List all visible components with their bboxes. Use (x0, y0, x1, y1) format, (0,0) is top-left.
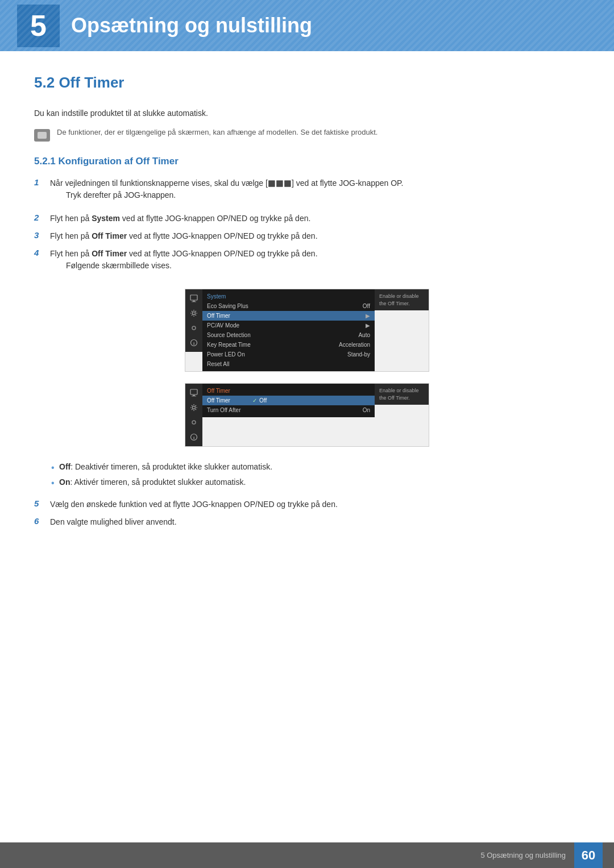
step-2: 2 Flyt hen på System ved at flytte JOG-k… (34, 213, 580, 225)
step-5-number: 5 (34, 499, 44, 508)
screen1: i System Eco Saving PlusOff Off Timer▶ P… (185, 289, 429, 372)
screen2-submenu-off: ✓Off (248, 396, 288, 405)
svg-point-11 (192, 421, 196, 424)
note-text: De funktioner, der er tilgængelige på sk… (57, 128, 377, 136)
subsection-number: 5.2.1 (34, 156, 56, 167)
monitor-icon-info: i (188, 337, 200, 348)
monitor-icon-display (188, 293, 200, 304)
note-box: De funktioner, der er tilgængelige på sk… (34, 128, 580, 142)
screen2-icons: i (185, 384, 202, 446)
header-banner: 5 Opsætning og nulstilling (0, 0, 614, 51)
screen2-icon-settings (188, 402, 200, 413)
step-3: 3 Flyt hen på Off Timer ved at flytte JO… (34, 230, 580, 242)
footer-page-number: 60 (574, 842, 603, 868)
intro-text: Du kan indstille produktet til at slukke… (34, 109, 580, 118)
footer-chapter-label: 5 Opsætning og nulstilling (480, 851, 566, 859)
monitor-icon-settings (188, 308, 200, 319)
screen2-menu: Off Timer Off Timer ✓Off Turn Off AfterO… (202, 384, 375, 417)
step-4-sub: Følgende skærmbillede vises. (66, 260, 318, 272)
svg-point-10 (193, 406, 196, 409)
bullet-on: On: Aktivér timeren, så produktet slukke… (51, 476, 580, 488)
svg-rect-0 (190, 295, 197, 300)
step-4: 4 Flyt hen på Off Timer ved at flytte JO… (34, 248, 580, 277)
bullet-off-text: : Deaktivér timeren, så produktet ikke s… (70, 462, 272, 471)
bullet-on-text: : Aktivér timeren, så produktet slukker … (70, 477, 246, 487)
screen1-menu: System Eco Saving PlusOff Off Timer▶ PC/… (202, 289, 375, 371)
screen2: i Off Timer Off Timer ✓Off Turn Off Afte… (185, 383, 429, 447)
screen2-icon-info: i (188, 431, 200, 443)
subsection-title: 5.2.1 Konfiguration af Off Timer (34, 156, 580, 167)
subsection-heading: Konfiguration af Off Timer (59, 156, 179, 167)
svg-rect-2 (192, 302, 196, 302)
svg-point-3 (193, 312, 196, 315)
steps-cont-list: 5 Vælg den ønskede funktion ved at flytt… (34, 499, 580, 528)
screen2-menu-header: Off Timer (202, 386, 375, 396)
chapter-number-box: 5 (17, 5, 60, 47)
section-number: 5.2 (34, 74, 55, 91)
step-6-text: Den valgte mulighed bliver anvendt. (50, 516, 177, 528)
step-5: 5 Vælg den ønskede funktion ved at flytt… (34, 499, 580, 510)
svg-point-4 (192, 326, 196, 330)
step-4-text: Flyt hen på Off Timer ved at flytte JOG-… (50, 249, 318, 258)
monitor-icon-gear (188, 322, 200, 334)
screen1-item-offtimer: Off Timer▶ (202, 311, 375, 321)
step-1: 1 Når vejledningen til funktionsknappern… (34, 177, 580, 207)
svg-text:i: i (193, 435, 194, 441)
section-heading: Off Timer (59, 74, 124, 91)
note-icon (34, 129, 50, 142)
svg-rect-9 (192, 396, 196, 397)
footer: 5 Opsætning og nulstilling 60 (0, 842, 614, 868)
step-1-text: Når vejledningen til funktionsknapperne … (50, 178, 404, 188)
step-3-text: Flyt hen på Off Timer ved at flytte JOG-… (50, 230, 318, 242)
svg-rect-1 (193, 301, 195, 302)
screen1-item-powerled: Power LED OnStand-by (202, 350, 375, 359)
screen1-item-eco: Eco Saving PlusOff (202, 301, 375, 311)
step-1-number: 1 (34, 177, 44, 187)
header-title: Opsætning og nulstilling (71, 14, 312, 38)
section-title: 5.2 Off Timer (34, 74, 580, 94)
screen1-sidebar: Enable or disable the Off Timer. (375, 289, 429, 310)
screen2-sidebar: Enable or disable the Off Timer. (375, 384, 429, 405)
step-6-number: 6 (34, 516, 44, 526)
screen1-item-resetall: Reset All (202, 359, 375, 369)
screen2-icon-display (188, 387, 200, 398)
step-6: 6 Den valgte mulighed bliver anvendt. (34, 516, 580, 528)
svg-rect-8 (193, 395, 195, 396)
step-2-number: 2 (34, 213, 44, 222)
bullet-off: Off: Deaktivér timeren, så produktet ikk… (51, 461, 580, 473)
main-content: 5.2 Off Timer Du kan indstille produktet… (0, 51, 614, 574)
svg-rect-7 (190, 389, 197, 394)
screens-container: i System Eco Saving PlusOff Off Timer▶ P… (34, 289, 580, 447)
bullet-off-bold: Off (59, 462, 70, 471)
bullet-on-bold: On (59, 477, 70, 487)
step-1-sub: Tryk derefter på JOG-knappen. (66, 189, 404, 201)
step-3-number: 3 (34, 230, 44, 240)
steps-list: 1 Når vejledningen til funktionsknappern… (34, 177, 580, 277)
svg-text:i: i (193, 341, 194, 346)
bullet-list: Off: Deaktivér timeren, så produktet ikk… (51, 461, 580, 488)
screen2-item-turnoff: Turn Off AfterOn (202, 405, 375, 415)
screen2-icon-gear (188, 417, 200, 428)
screen1-menu-header: System (202, 292, 375, 301)
step-4-number: 4 (34, 248, 44, 258)
screen1-item-source: Source DetectionAuto (202, 330, 375, 340)
screen1-item-pcav: PC/AV Mode▶ (202, 321, 375, 330)
screen1-item-keyrepeat: Key Repeat TimeAcceleration (202, 340, 375, 350)
chapter-number: 5 (30, 11, 47, 40)
step-2-text: Flyt hen på System ved at flytte JOG-kna… (50, 213, 310, 225)
screen2-item-offtimer: Off Timer ✓Off (202, 396, 375, 405)
step-5-text: Vælg den ønskede funktion ved at flytte … (50, 499, 338, 510)
screen1-icons: i (185, 289, 202, 352)
